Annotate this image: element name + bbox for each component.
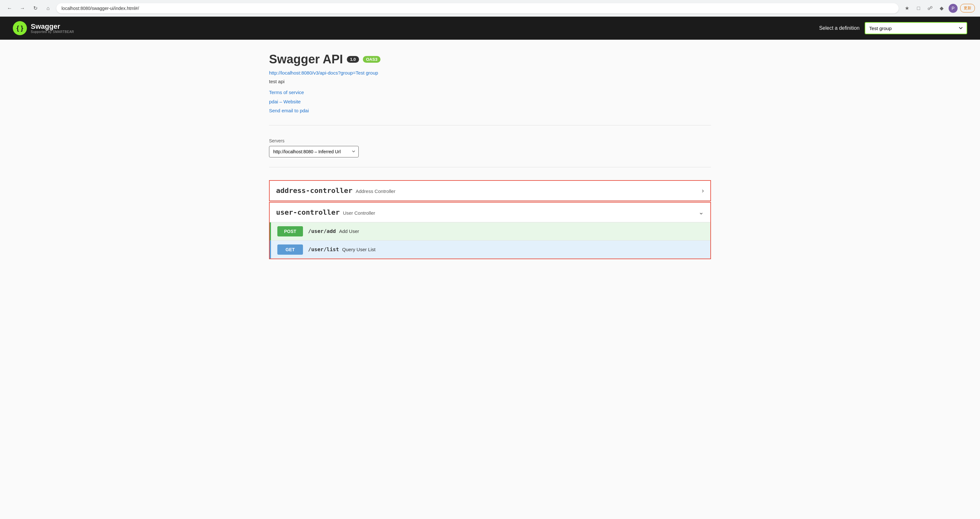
servers-section: Servers http://localhost:8080 – Inferred… [269, 138, 711, 167]
servers-label: Servers [269, 138, 711, 143]
address-controller-desc: Address Controller [355, 189, 395, 194]
address-controller-header-left: address-controller Address Controller [276, 187, 396, 195]
swagger-logo: { } Swagger Supported by SMARTBEAR [13, 21, 74, 35]
servers-select[interactable]: http://localhost:8080 – Inferred Url [269, 146, 359, 157]
user-controller-chevron: ⌄ [698, 208, 704, 216]
get-method-badge: GET [277, 244, 303, 255]
website-link[interactable]: pdai – Website [269, 97, 711, 106]
controllers-section: address-controller Address Controller › … [269, 180, 711, 260]
api-title-row: Swagger API 1.0 OAS3 [269, 52, 711, 66]
address-controller-group: address-controller Address Controller › [269, 180, 711, 201]
endpoint-path-user-add: /user/add [308, 228, 336, 234]
address-bar[interactable] [56, 3, 899, 13]
address-controller-chevron: › [702, 187, 704, 194]
swagger-logo-text-block: Swagger Supported by SMARTBEAR [31, 23, 74, 33]
main-content: Swagger API 1.0 OAS3 http://localhost:80… [256, 40, 724, 279]
address-controller-name: address-controller [276, 187, 352, 195]
user-controller-name: user-controller [276, 208, 340, 216]
translate-button[interactable]: ☍ [926, 4, 934, 13]
forward-button[interactable]: → [18, 4, 27, 13]
bookmark-button[interactable]: ★ [902, 4, 912, 13]
endpoint-summary-user-add: Add User [339, 229, 360, 234]
api-title: Swagger API [269, 52, 343, 66]
terms-of-service-link[interactable]: Terms of service [269, 88, 711, 97]
endpoint-path-user-list: /user/list [308, 246, 339, 252]
profile-button[interactable]: P [949, 4, 958, 13]
user-controller-header[interactable]: user-controller User Controller ⌄ [270, 203, 710, 222]
extension-button-1[interactable]: □ [914, 4, 923, 13]
swagger-logo-icon: { } [13, 21, 27, 35]
definition-label: Select a definition [819, 25, 859, 31]
definition-select[interactable]: Test group [865, 22, 967, 34]
update-button[interactable]: 更新 [960, 4, 975, 13]
version-badge: 1.0 [347, 56, 359, 63]
email-link[interactable]: Send email to pdai [269, 106, 711, 116]
refresh-button[interactable]: ↻ [31, 4, 40, 13]
api-links: Terms of service pdai – Website Send ema… [269, 88, 711, 116]
address-controller-header[interactable]: address-controller Address Controller › [270, 181, 710, 201]
endpoint-get-user-list[interactable]: GET /user/list Query User List [270, 241, 710, 259]
swagger-header: { } Swagger Supported by SMARTBEAR Selec… [0, 17, 980, 40]
endpoint-summary-user-list: Query User List [342, 247, 375, 252]
user-controller-group: user-controller User Controller ⌄ POST /… [269, 202, 711, 259]
extension-button-2[interactable]: ◆ [937, 4, 946, 13]
back-button[interactable]: ← [5, 4, 14, 13]
definition-area: Select a definition Test group [819, 22, 967, 34]
swagger-logo-text: Swagger [31, 23, 74, 30]
user-controller-header-left: user-controller User Controller [276, 208, 375, 216]
post-method-badge: POST [277, 226, 303, 236]
oas3-badge: OAS3 [363, 56, 380, 63]
home-button[interactable]: ⌂ [43, 4, 52, 13]
user-controller-desc: User Controller [343, 210, 375, 216]
browser-bar: ← → ↻ ⌂ ★ □ ☍ ◆ P 更新 [0, 0, 980, 17]
endpoint-post-user-add[interactable]: POST /user/add Add User [270, 222, 710, 241]
swagger-logo-sub: Supported by SMARTBEAR [31, 30, 74, 33]
browser-icons: ★ □ ☍ ◆ P 更新 [902, 4, 975, 13]
api-info-section: Swagger API 1.0 OAS3 http://localhost:80… [269, 52, 711, 125]
api-description: test api [269, 79, 711, 84]
api-url-link[interactable]: http://localhost:8080/v3/api-docs?group=… [269, 70, 711, 76]
